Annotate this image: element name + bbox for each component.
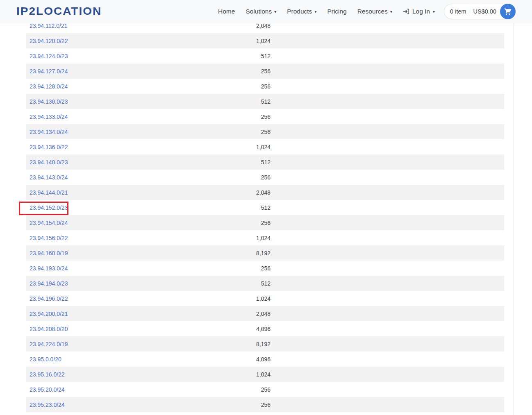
ip-count-cell: 256: [231, 113, 271, 120]
table-row: 23.95.0.0/20 4,096: [26, 352, 504, 367]
ip-prefix-table: 23.94.112.0/21 2,048 23.94.120.0/22 1,02…: [26, 18, 504, 412]
ip-range-cell: 23.94.200.0/21: [26, 311, 231, 317]
ip-range-link[interactable]: 23.94.156.0/22: [30, 235, 68, 241]
ip-range-cell: 23.95.20.0/24: [26, 386, 231, 393]
cart-item-count: 0 item: [450, 8, 466, 15]
ip-range-cell: 23.94.193.0/24: [26, 265, 231, 272]
ip-range-link[interactable]: 23.94.154.0/24: [30, 220, 68, 226]
ip-range-link[interactable]: 23.94.144.0/21: [30, 189, 68, 196]
login-label: Log In: [412, 8, 430, 15]
ip-range-cell: 23.94.196.0/22: [26, 295, 231, 302]
ip-range-cell: 23.94.120.0/22: [26, 38, 231, 44]
ip-range-cell: 23.94.140.0/23: [26, 159, 231, 166]
ip-count-cell: 256: [231, 174, 271, 181]
main-nav: Home Solutions ▾ Products ▾ Pricing Reso…: [218, 8, 392, 15]
ip-count-cell: 1,024: [231, 371, 271, 378]
nav-item-home[interactable]: Home: [218, 8, 235, 15]
ip-count-cell: 256: [231, 265, 271, 272]
nav-item-products[interactable]: Products ▾: [287, 8, 316, 15]
cart-summary[interactable]: 0 item US$0.00: [444, 4, 516, 19]
table-row: 23.94.200.0/21 2,048: [26, 306, 504, 321]
ip-count-cell: 2,048: [231, 189, 271, 196]
ip-range-cell: 23.94.127.0/24: [26, 68, 231, 75]
logo[interactable]: IP2LOCATION: [16, 5, 102, 17]
ip-range-link[interactable]: 23.94.152.0/23: [30, 204, 68, 211]
nav-item-resources[interactable]: Resources ▾: [357, 8, 392, 15]
table-row: 23.94.160.0/19 8,192: [26, 245, 504, 261]
ip-range-link[interactable]: 23.94.120.0/22: [30, 38, 68, 44]
ip-range-link[interactable]: 23.95.0.0/20: [30, 356, 61, 363]
nav-item-solutions[interactable]: Solutions ▾: [246, 8, 276, 15]
ip-range-link[interactable]: 23.94.140.0/23: [30, 159, 68, 166]
table-row: 23.94.152.0/23 512: [26, 200, 504, 215]
nav-item-label: Solutions: [246, 8, 272, 15]
chevron-down-icon: ▾: [274, 10, 276, 14]
table-row: 23.94.196.0/22 1,024: [26, 291, 504, 306]
ip-range-link[interactable]: 23.94.224.0/19: [30, 341, 68, 347]
table-row: 23.94.130.0/23 512: [26, 94, 504, 109]
table-row: 23.94.140.0/23 512: [26, 154, 504, 170]
ip-range-link[interactable]: 23.94.193.0/24: [30, 265, 68, 272]
nav-item-pricing[interactable]: Pricing: [327, 8, 346, 15]
ip-range-link[interactable]: 23.94.196.0/22: [30, 295, 68, 302]
table-row: 23.94.154.0/24 256: [26, 215, 504, 230]
ip-range-link[interactable]: 23.94.124.0/23: [30, 53, 68, 59]
ip-range-link[interactable]: 23.95.23.0/24: [30, 401, 65, 408]
ip-count-cell: 256: [231, 386, 271, 393]
ip-count-cell: 256: [231, 83, 271, 90]
ip-range-link[interactable]: 23.95.16.0/22: [30, 371, 65, 378]
ip-range-cell: 23.94.136.0/22: [26, 144, 231, 150]
ip-range-link[interactable]: 23.94.160.0/19: [30, 250, 68, 256]
ip-count-cell: 4,096: [231, 326, 271, 332]
table-row: 23.94.143.0/24 256: [26, 170, 504, 185]
nav-item-label: Home: [218, 8, 235, 15]
ip-range-cell: 23.94.133.0/24: [26, 113, 231, 120]
shopping-cart-icon: [504, 8, 512, 16]
ip-count-cell: 512: [231, 98, 271, 105]
ip-range-cell: 23.94.144.0/21: [26, 189, 231, 196]
chevron-down-icon: ▾: [433, 10, 435, 14]
ip-range-link[interactable]: 23.94.136.0/22: [30, 144, 68, 150]
ip-range-link[interactable]: 23.95.20.0/24: [30, 386, 65, 393]
nav-item-label: Products: [287, 8, 312, 15]
ip-count-cell: 8,192: [231, 250, 271, 256]
ip-range-cell: 23.94.124.0/23: [26, 53, 231, 59]
ip-range-link[interactable]: 23.94.127.0/24: [30, 68, 68, 75]
table-row: 23.94.134.0/24 256: [26, 124, 504, 139]
table-row: 23.94.128.0/24 256: [26, 79, 504, 94]
table-row: 23.94.194.0/23 512: [26, 276, 504, 291]
login-menu[interactable]: Log In ▾: [403, 8, 435, 15]
ip-range-link[interactable]: 23.94.143.0/24: [30, 174, 68, 181]
ip-range-link[interactable]: 23.94.130.0/23: [30, 98, 68, 105]
table-row: 23.95.23.0/24 256: [26, 397, 504, 412]
ip-range-cell: 23.94.194.0/23: [26, 280, 231, 287]
table-row: 23.95.16.0/22 1,024: [26, 367, 504, 382]
ip-count-cell: 1,024: [231, 295, 271, 302]
content-area: 23.94.112.0/21 2,048 23.94.120.0/22 1,02…: [0, 23, 514, 415]
ip-range-link[interactable]: 23.94.208.0/20: [30, 326, 68, 332]
ip-range-link[interactable]: 23.94.194.0/23: [30, 280, 68, 287]
table-row: 23.94.133.0/24 256: [26, 109, 504, 124]
table-row: 23.94.156.0/22 1,024: [26, 230, 504, 245]
cart-divider: [470, 8, 470, 15]
ip-range-cell: 23.94.156.0/22: [26, 235, 231, 241]
ip-range-cell: 23.95.0.0/20: [26, 356, 231, 363]
table-row: 23.94.120.0/22 1,024: [26, 33, 504, 48]
ip-count-cell: 8,192: [231, 341, 271, 347]
ip-count-cell: 512: [231, 159, 271, 166]
ip-range-cell: 23.94.224.0/19: [26, 341, 231, 347]
ip-range-link[interactable]: 23.94.128.0/24: [30, 83, 68, 90]
ip-range-link[interactable]: 23.94.133.0/24: [30, 113, 68, 120]
ip-range-link[interactable]: 23.94.200.0/21: [30, 311, 68, 317]
table-row: 23.94.144.0/21 2,048: [26, 185, 504, 200]
ip-count-cell: 256: [231, 129, 271, 135]
ip-count-cell: 1,024: [231, 144, 271, 150]
box-arrow-in-right-icon: [403, 8, 409, 15]
ip-count-cell: 256: [231, 401, 271, 408]
ip-range-cell: 23.94.160.0/19: [26, 250, 231, 256]
ip-count-cell: 512: [231, 280, 271, 287]
ip-count-cell: 1,024: [231, 38, 271, 44]
cart-button[interactable]: [500, 4, 516, 19]
ip-range-link[interactable]: 23.94.134.0/24: [30, 129, 68, 135]
ip-range-cell: 23.94.128.0/24: [26, 83, 231, 90]
